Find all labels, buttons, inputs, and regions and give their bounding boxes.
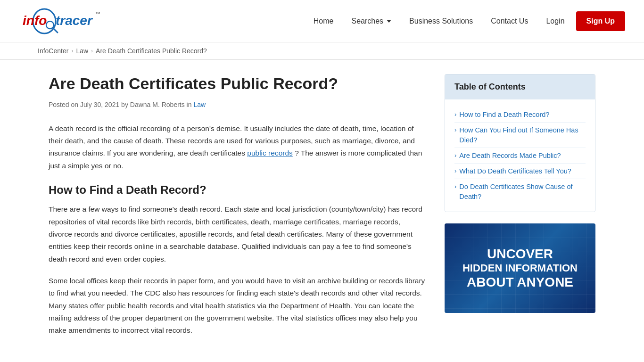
searches-chevron-icon (387, 20, 391, 23)
toc-chevron-icon-5: › (454, 183, 456, 190)
article-category-link[interactable]: Law (193, 101, 206, 108)
svg-text:™: ™ (95, 11, 100, 16)
article-p2: There are a few ways to find someone's d… (49, 203, 426, 265)
sidebar: Table of Contents › How to Find a Death … (445, 74, 595, 346)
toc-item-4[interactable]: › What Do Death Certificates Tell You? (454, 164, 586, 179)
breadcrumb-infocenter[interactable]: InfoCenter (38, 47, 68, 55)
page-content: Are Death Certificates Public Record? Po… (20, 60, 624, 361)
signup-button[interactable]: Sign Up (576, 11, 625, 31)
logo[interactable]: info tracer ™ (19, 7, 104, 35)
toc-chevron-icon-3: › (454, 152, 456, 159)
main-nav: Home Searches Business Solutions Contact… (307, 11, 625, 31)
article-meta: Posted on July 30, 2021 by Dawna M. Robe… (49, 101, 426, 108)
nav-searches[interactable]: Searches (345, 13, 398, 29)
article-p1: A death record is the official recording… (49, 123, 426, 172)
breadcrumb: InfoCenter › Law › Are Death Certificate… (0, 42, 644, 60)
nav-business-solutions[interactable]: Business Solutions (403, 13, 479, 29)
svg-text:info: info (23, 13, 47, 28)
breadcrumb-current: Are Death Certificates Public Record? (96, 47, 207, 55)
toc-link-5[interactable]: Do Death Certificates Show Cause of Deat… (459, 182, 586, 201)
toc-link-3[interactable]: Are Death Records Made Public? (459, 151, 561, 160)
banner-line-1: UNCOVER (462, 246, 578, 262)
toc-body: › How to Find a Death Record? › How Can … (445, 99, 595, 212)
nav-home[interactable]: Home (307, 13, 340, 29)
banner-line-3: ABOUT ANYONE (462, 274, 578, 290)
breadcrumb-law[interactable]: Law (76, 47, 88, 55)
toc-header: Table of Contents (445, 74, 595, 99)
main-article: Are Death Certificates Public Record? Po… (49, 74, 426, 346)
toc-link-4[interactable]: What Do Death Certificates Tell You? (459, 166, 571, 176)
article-title: Are Death Certificates Public Record? (49, 74, 426, 93)
banner-line-2: HIDDEN INFORMATION (462, 262, 578, 274)
table-of-contents: Table of Contents › How to Find a Death … (445, 74, 595, 212)
toc-item-2[interactable]: › How Can You Find out If Someone Has Di… (454, 123, 586, 148)
svg-point-5 (46, 21, 54, 29)
article-body: A death record is the official recording… (49, 123, 426, 337)
breadcrumb-sep-2: › (91, 48, 93, 54)
svg-text:tracer: tracer (56, 13, 93, 28)
public-records-link[interactable]: public records (247, 149, 293, 157)
article-meta-text: Posted on July 30, 2021 by Dawna M. Robe… (49, 101, 192, 108)
nav-contact-us[interactable]: Contact Us (484, 13, 535, 29)
toc-item-1[interactable]: › How to Find a Death Record? (454, 107, 586, 123)
toc-link-1[interactable]: How to Find a Death Record? (459, 110, 549, 119)
banner-text: UNCOVER HIDDEN INFORMATION ABOUT ANYONE (462, 246, 578, 290)
toc-item-5[interactable]: › Do Death Certificates Show Cause of De… (454, 179, 586, 204)
sidebar-banner[interactable]: UNCOVER HIDDEN INFORMATION ABOUT ANYONE (445, 223, 595, 313)
svg-line-4 (53, 28, 58, 33)
article-p3: Some local offices keep their records in… (49, 275, 426, 337)
article-h2-1: How to Find a Death Record? (49, 183, 426, 197)
toc-chevron-icon-4: › (454, 167, 456, 174)
site-header: info tracer ™ Home Searches Business Sol… (0, 0, 644, 42)
toc-item-3[interactable]: › Are Death Records Made Public? (454, 148, 586, 164)
toc-link-2[interactable]: How Can You Find out If Someone Has Died… (459, 125, 586, 145)
breadcrumb-sep-1: › (71, 48, 73, 54)
toc-chevron-icon-2: › (454, 126, 456, 133)
nav-login[interactable]: Login (539, 13, 571, 29)
toc-chevron-icon-1: › (454, 111, 456, 118)
